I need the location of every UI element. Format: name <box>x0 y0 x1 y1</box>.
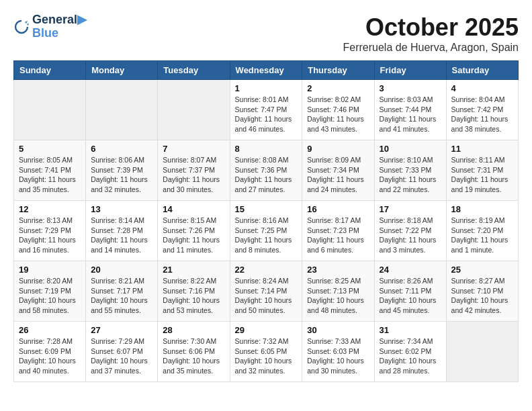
calendar-cell: 2Sunrise: 8:02 AM Sunset: 7:46 PM Daylig… <box>302 80 374 140</box>
calendar-cell: 30Sunrise: 7:33 AM Sunset: 6:03 PM Dayli… <box>302 322 374 382</box>
day-info: Sunrise: 8:15 AM Sunset: 7:26 PM Dayligh… <box>163 216 224 255</box>
calendar-cell: 4Sunrise: 8:04 AM Sunset: 7:42 PM Daylig… <box>446 80 518 140</box>
day-number: 31 <box>380 325 441 335</box>
day-info: Sunrise: 8:22 AM Sunset: 7:16 PM Dayligh… <box>163 276 224 316</box>
calendar-cell: 10Sunrise: 8:10 AM Sunset: 7:33 PM Dayli… <box>374 140 446 201</box>
day-number: 29 <box>235 325 298 335</box>
calendar-table: SundayMondayTuesdayWednesdayThursdayFrid… <box>13 60 519 382</box>
day-info: Sunrise: 8:14 AM Sunset: 7:28 PM Dayligh… <box>91 216 152 255</box>
day-info: Sunrise: 8:16 AM Sunset: 7:25 PM Dayligh… <box>235 216 298 255</box>
calendar-cell: 28Sunrise: 7:30 AM Sunset: 6:06 PM Dayli… <box>158 322 230 382</box>
day-info: Sunrise: 7:34 AM Sunset: 6:02 PM Dayligh… <box>380 336 441 376</box>
title-block: October 2025 Ferreruela de Huerva, Arago… <box>343 13 519 54</box>
calendar-cell: 14Sunrise: 8:15 AM Sunset: 7:26 PM Dayli… <box>158 201 230 261</box>
calendar-cell: 7Sunrise: 8:07 AM Sunset: 7:37 PM Daylig… <box>158 140 230 201</box>
week-row-1: 1Sunrise: 8:01 AM Sunset: 7:47 PM Daylig… <box>14 80 519 140</box>
day-info: Sunrise: 8:20 AM Sunset: 7:19 PM Dayligh… <box>19 276 81 316</box>
day-info: Sunrise: 8:05 AM Sunset: 7:41 PM Dayligh… <box>19 155 81 195</box>
weekday-header-saturday: Saturday <box>446 61 518 80</box>
day-number: 30 <box>307 325 369 335</box>
calendar-cell: 8Sunrise: 8:08 AM Sunset: 7:36 PM Daylig… <box>230 140 302 201</box>
day-number: 24 <box>380 265 441 275</box>
week-row-2: 5Sunrise: 8:05 AM Sunset: 7:41 PM Daylig… <box>14 140 519 201</box>
calendar-cell: 6Sunrise: 8:06 AM Sunset: 7:39 PM Daylig… <box>86 140 158 201</box>
day-number: 27 <box>91 325 152 335</box>
location-title: Ferreruela de Huerva, Aragon, Spain <box>343 42 519 54</box>
week-row-4: 19Sunrise: 8:20 AM Sunset: 7:19 PM Dayli… <box>14 261 519 322</box>
logo-text: General▶ Blue <box>32 13 87 40</box>
day-number: 18 <box>451 204 513 214</box>
day-number: 13 <box>91 204 152 214</box>
week-row-3: 12Sunrise: 8:13 AM Sunset: 7:29 PM Dayli… <box>14 201 519 261</box>
day-info: Sunrise: 8:13 AM Sunset: 7:29 PM Dayligh… <box>19 216 81 255</box>
day-info: Sunrise: 8:01 AM Sunset: 7:47 PM Dayligh… <box>235 95 298 134</box>
day-info: Sunrise: 8:27 AM Sunset: 7:10 PM Dayligh… <box>451 276 513 316</box>
calendar-cell: 17Sunrise: 8:18 AM Sunset: 7:22 PM Dayli… <box>374 201 446 261</box>
calendar-cell: 27Sunrise: 7:29 AM Sunset: 6:07 PM Dayli… <box>86 322 158 382</box>
day-number: 20 <box>91 265 152 275</box>
weekday-header-tuesday: Tuesday <box>158 61 230 80</box>
day-info: Sunrise: 8:02 AM Sunset: 7:46 PM Dayligh… <box>307 95 369 134</box>
weekday-header-thursday: Thursday <box>302 61 374 80</box>
day-number: 1 <box>235 83 298 93</box>
day-info: Sunrise: 7:28 AM Sunset: 6:09 PM Dayligh… <box>19 336 81 376</box>
day-number: 16 <box>307 204 369 214</box>
weekday-header-sunday: Sunday <box>14 61 86 80</box>
calendar-cell <box>86 80 158 140</box>
calendar-cell <box>158 80 230 140</box>
day-info: Sunrise: 8:17 AM Sunset: 7:23 PM Dayligh… <box>307 216 369 255</box>
day-number: 2 <box>307 83 369 93</box>
day-number: 9 <box>307 144 369 154</box>
day-number: 8 <box>235 144 298 154</box>
calendar-cell: 5Sunrise: 8:05 AM Sunset: 7:41 PM Daylig… <box>14 140 86 201</box>
day-number: 15 <box>235 204 298 214</box>
day-info: Sunrise: 8:04 AM Sunset: 7:42 PM Dayligh… <box>451 95 513 134</box>
calendar-cell: 22Sunrise: 8:24 AM Sunset: 7:14 PM Dayli… <box>230 261 302 322</box>
day-info: Sunrise: 8:06 AM Sunset: 7:39 PM Dayligh… <box>91 155 152 195</box>
calendar-cell: 9Sunrise: 8:09 AM Sunset: 7:34 PM Daylig… <box>302 140 374 201</box>
calendar-cell: 29Sunrise: 7:32 AM Sunset: 6:05 PM Dayli… <box>230 322 302 382</box>
day-number: 21 <box>163 265 224 275</box>
day-info: Sunrise: 7:33 AM Sunset: 6:03 PM Dayligh… <box>307 336 369 376</box>
day-info: Sunrise: 8:24 AM Sunset: 7:14 PM Dayligh… <box>235 276 298 316</box>
day-info: Sunrise: 7:32 AM Sunset: 6:05 PM Dayligh… <box>235 336 298 376</box>
day-number: 6 <box>91 144 152 154</box>
day-number: 10 <box>380 144 441 154</box>
calendar-cell: 15Sunrise: 8:16 AM Sunset: 7:25 PM Dayli… <box>230 201 302 261</box>
weekday-header-wednesday: Wednesday <box>230 61 302 80</box>
day-number: 7 <box>163 144 224 154</box>
day-info: Sunrise: 8:21 AM Sunset: 7:17 PM Dayligh… <box>91 276 152 316</box>
weekday-header-row: SundayMondayTuesdayWednesdayThursdayFrid… <box>14 61 519 80</box>
calendar-cell: 12Sunrise: 8:13 AM Sunset: 7:29 PM Dayli… <box>14 201 86 261</box>
day-number: 28 <box>163 325 224 335</box>
calendar-cell: 23Sunrise: 8:25 AM Sunset: 7:13 PM Dayli… <box>302 261 374 322</box>
calendar-cell <box>446 322 518 382</box>
month-title: October 2025 <box>343 13 519 42</box>
page-header: General▶ Blue October 2025 Ferreruela de… <box>13 13 519 54</box>
day-number: 14 <box>163 204 224 214</box>
calendar-cell: 19Sunrise: 8:20 AM Sunset: 7:19 PM Dayli… <box>14 261 86 322</box>
calendar-cell: 31Sunrise: 7:34 AM Sunset: 6:02 PM Dayli… <box>374 322 446 382</box>
day-info: Sunrise: 8:25 AM Sunset: 7:13 PM Dayligh… <box>307 276 369 316</box>
day-number: 17 <box>380 204 441 214</box>
calendar-cell: 21Sunrise: 8:22 AM Sunset: 7:16 PM Dayli… <box>158 261 230 322</box>
calendar-cell: 1Sunrise: 8:01 AM Sunset: 7:47 PM Daylig… <box>230 80 302 140</box>
day-info: Sunrise: 8:07 AM Sunset: 7:37 PM Dayligh… <box>163 155 224 195</box>
calendar-cell: 18Sunrise: 8:19 AM Sunset: 7:20 PM Dayli… <box>446 201 518 261</box>
logo: General▶ Blue <box>13 13 87 40</box>
day-info: Sunrise: 8:26 AM Sunset: 7:11 PM Dayligh… <box>380 276 441 316</box>
day-number: 12 <box>19 204 81 214</box>
day-number: 3 <box>380 83 441 93</box>
day-number: 26 <box>19 325 81 335</box>
day-number: 11 <box>451 144 513 154</box>
day-info: Sunrise: 8:03 AM Sunset: 7:44 PM Dayligh… <box>380 95 441 134</box>
day-number: 25 <box>451 265 513 275</box>
day-number: 4 <box>451 83 513 93</box>
calendar-cell <box>14 80 86 140</box>
day-info: Sunrise: 7:29 AM Sunset: 6:07 PM Dayligh… <box>91 336 152 376</box>
calendar-cell: 26Sunrise: 7:28 AM Sunset: 6:09 PM Dayli… <box>14 322 86 382</box>
day-info: Sunrise: 7:30 AM Sunset: 6:06 PM Dayligh… <box>163 336 224 376</box>
day-number: 22 <box>235 265 298 275</box>
day-info: Sunrise: 8:19 AM Sunset: 7:20 PM Dayligh… <box>451 216 513 255</box>
day-info: Sunrise: 8:11 AM Sunset: 7:31 PM Dayligh… <box>451 155 513 195</box>
